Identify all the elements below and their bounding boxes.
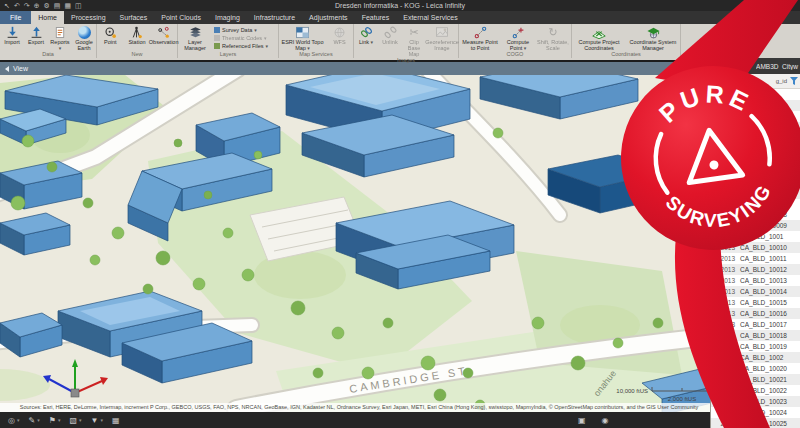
table-icon: ▦ (112, 416, 120, 425)
compute-point-button[interactable]: Compute Point (502, 25, 534, 51)
cell-building-id: CA_BLD_10022 (740, 387, 800, 394)
tab-file[interactable]: File (0, 11, 31, 24)
google-earth-button[interactable]: Google Earth (72, 25, 96, 51)
table-row[interactable]: 2013 CA_BLD_10017 (711, 319, 800, 330)
measure-point-to-point-button[interactable]: Measure Point to Point (460, 25, 500, 51)
table-row[interactable]: CA_BLD_10008 (711, 209, 800, 220)
tab-processing[interactable]: Processing (64, 11, 113, 24)
table-row[interactable]: 2013 CA_BLD_10020 (711, 363, 800, 374)
group-label-cogo: COGO (459, 51, 571, 58)
tab-infrastructure[interactable]: Infrastructure (247, 11, 302, 24)
survey-data-menu[interactable]: Survey Data▾ (214, 27, 268, 33)
thematic-codes-icon (214, 35, 220, 41)
view-bar-label: View (13, 65, 28, 72)
cell-year: 2013 (711, 266, 740, 273)
table-row[interactable]: 2013 CA_BLD_10010 (711, 242, 800, 253)
import-button[interactable]: Import (0, 25, 24, 45)
tab-adjustments[interactable]: Adjustments (302, 11, 355, 24)
cell-building-id: CA_BLD_10011 (740, 255, 800, 262)
status-bar: ◎▾ ✎▾ ⚑▾ ▧▾ ▼▾ ▦ ▣ ◉ (0, 412, 712, 428)
point-button[interactable]: Point (97, 25, 123, 45)
cell-building-id: CA_BLD_10018 (740, 332, 800, 339)
table-row[interactable]: 2013 CA_BLD_10022 (711, 385, 800, 396)
compute-project-coordinates-button[interactable]: Compute Project Coordinates (574, 25, 624, 51)
thematic-codes-menu[interactable]: Thematic Codes▾ (214, 35, 268, 41)
table-row[interactable]: 2013 CA_BLD_10014 (711, 286, 800, 297)
ribbon-group-cogo: Measure Point to Point Compute Point ↻ S… (459, 24, 572, 58)
snap-mode-button[interactable]: ◎▾ (8, 416, 20, 425)
export-button[interactable]: Export (24, 25, 48, 45)
station-button[interactable]: Station (124, 25, 150, 45)
window-title: Dresden Informatika - KOG - Leica Infini… (0, 0, 800, 11)
table-row[interactable]: 2013 CA_BLD_10013 (711, 275, 800, 286)
table-row[interactable]: 2013 CA_BLD_10018 (711, 330, 800, 341)
globe-button[interactable]: ◉ (602, 416, 609, 425)
view-mode-button[interactable]: ▧▾ (69, 416, 81, 425)
cell-year: 2013 (711, 409, 740, 416)
observation-button[interactable]: Observation (151, 25, 177, 45)
table-row[interactable]: 2013 CA_BLD_1002 (711, 352, 800, 363)
wfs-button[interactable]: WFS (327, 25, 353, 45)
table-row[interactable]: CA_BLD_10009 (711, 220, 800, 231)
group-label-new: New (97, 51, 177, 58)
ribbon-group-layers: Layer Manager Survey Data▾ Thematic Code… (178, 24, 279, 58)
building-table[interactable]: CA_BLD_10008 CA_BLD_10009 CA_BLD_1001 20… (711, 89, 800, 428)
axis-gizmo[interactable] (43, 359, 108, 397)
panel-tab-amb3d[interactable]: AMB3D_Cityw (756, 63, 800, 70)
tab-imaging[interactable]: Imaging (208, 11, 247, 24)
cell-year: 2013 (711, 376, 740, 383)
tab-features[interactable]: Features (355, 11, 397, 24)
pick-mode-icon: ✎ (29, 416, 36, 425)
flag-button[interactable]: ⚑▾ (49, 416, 61, 425)
table-row[interactable]: 2013 CA_BLD_10011 (711, 253, 800, 264)
link-button[interactable]: Link (354, 25, 378, 45)
coordinate-system-manager-button[interactable]: Coordinate System Manager (628, 25, 678, 51)
frame-button[interactable]: ▣ (578, 416, 586, 425)
table-row[interactable]: 2013 CA_BLD_10012 (711, 264, 800, 275)
referenced-files-menu[interactable]: Referenced Files▾ (214, 43, 268, 49)
georeference-image-button[interactable]: Georeference Image (426, 25, 458, 51)
cell-year: 2013 (711, 387, 740, 394)
table-row[interactable]: 2013 CA_BLD_10024 (711, 407, 800, 418)
pick-mode-button[interactable]: ✎▾ (29, 416, 40, 425)
table-button[interactable]: ▦ (112, 416, 120, 425)
table-row[interactable]: 2013 CA_BLD_10015 (711, 297, 800, 308)
table-row[interactable]: 2013 CA_BLD_10016 (711, 308, 800, 319)
tab-home[interactable]: Home (31, 11, 64, 24)
table-row[interactable]: 2013 CA_BLD_10023 (711, 396, 800, 407)
cell-building-id: CA_BLD_10014 (740, 288, 800, 295)
layer-manager-button[interactable]: Layer Manager (178, 25, 212, 51)
cell-year: 2013 (711, 244, 740, 251)
group-label-layers: Layers (178, 51, 278, 58)
shift-rotate-scale-icon: ↻ (548, 25, 557, 39)
tab-external-services[interactable]: External Services (396, 11, 464, 24)
esri-world-topo-map-button[interactable]: ESRI World Topo Map (280, 25, 326, 51)
tab-surfaces[interactable]: Surfaces (113, 11, 155, 24)
cell-building-id: CA_BLD_10021 (740, 376, 800, 383)
reports-icon (54, 25, 66, 39)
unlink-button[interactable]: Unlink (378, 25, 402, 45)
filter-button[interactable]: ▼▾ (90, 416, 102, 425)
funnel-icon[interactable] (790, 77, 798, 85)
scale-label-bottom: 2,000 ftUS (668, 396, 696, 402)
snap-mode-icon: ◎ (8, 416, 15, 425)
group-label-images: Images (354, 57, 458, 64)
reports-button[interactable]: Reports (48, 25, 72, 51)
map-3d-view[interactable]: CAMBRIDGE ST onahue 10,000 ftUS 2,000 ft… (0, 75, 718, 412)
clip-base-map-button[interactable]: ✂ Clip Base Map (402, 25, 426, 57)
shift-rotate-scale-button[interactable]: ↻ Shift, Rotate, Scale (536, 25, 570, 51)
tab-point-clouds[interactable]: Point Clouds (154, 11, 208, 24)
table-row[interactable]: 2013 CA_BLD_10021 (711, 374, 800, 385)
table-row[interactable]: CA_BLD_1001 (711, 231, 800, 242)
point-icon (104, 25, 117, 39)
ribbon-group-coordinates: Compute Project Coordinates Coordinate S… (572, 24, 681, 58)
cell-year: 2013 (711, 299, 740, 306)
filter-column-label: g_id (776, 78, 787, 84)
table-row[interactable]: 2013 CA_BLD_10019 (711, 341, 800, 352)
table-row[interactable]: 2013 CA_BLD_10025 (711, 418, 800, 428)
cell-building-id: CA_BLD_10010 (740, 244, 800, 251)
flag-icon: ⚑ (49, 416, 56, 425)
cell-year: 2013 (711, 277, 740, 284)
referenced-files-icon (214, 43, 220, 49)
panel-filter-row[interactable]: g_id (711, 74, 800, 89)
